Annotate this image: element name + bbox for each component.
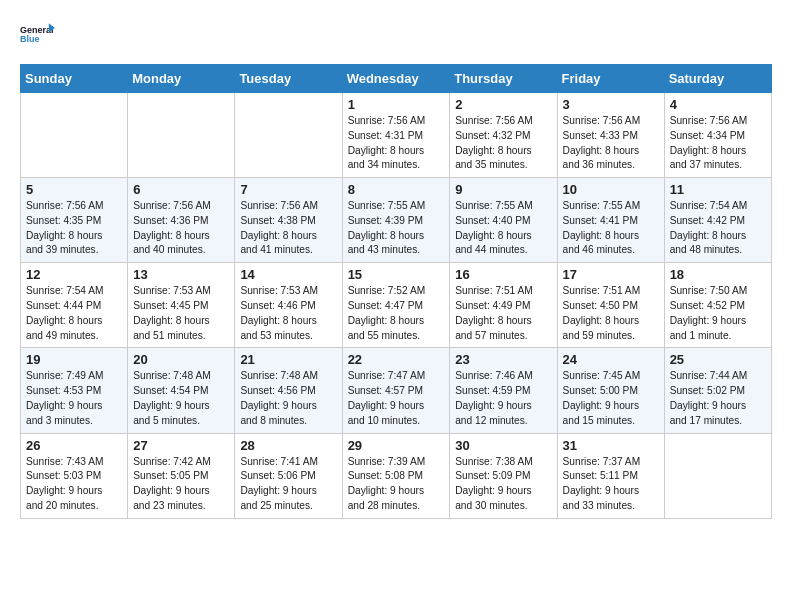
calendar-cell: 7Sunrise: 7:56 AM Sunset: 4:38 PM Daylig… [235,178,342,263]
day-info: Sunrise: 7:55 AM Sunset: 4:39 PM Dayligh… [348,199,445,258]
day-number: 13 [133,267,229,282]
calendar-cell: 21Sunrise: 7:48 AM Sunset: 4:56 PM Dayli… [235,348,342,433]
day-number: 11 [670,182,766,197]
day-info: Sunrise: 7:56 AM Sunset: 4:33 PM Dayligh… [563,114,659,173]
day-info: Sunrise: 7:49 AM Sunset: 4:53 PM Dayligh… [26,369,122,428]
day-info: Sunrise: 7:56 AM Sunset: 4:36 PM Dayligh… [133,199,229,258]
day-info: Sunrise: 7:47 AM Sunset: 4:57 PM Dayligh… [348,369,445,428]
svg-text:Blue: Blue [20,34,40,44]
day-number: 12 [26,267,122,282]
calendar-cell [235,93,342,178]
day-info: Sunrise: 7:51 AM Sunset: 4:49 PM Dayligh… [455,284,551,343]
day-number: 10 [563,182,659,197]
weekday-header-friday: Friday [557,65,664,93]
calendar-cell: 31Sunrise: 7:37 AM Sunset: 5:11 PM Dayli… [557,433,664,518]
day-number: 7 [240,182,336,197]
calendar-cell: 17Sunrise: 7:51 AM Sunset: 4:50 PM Dayli… [557,263,664,348]
svg-text:General: General [20,25,54,35]
day-info: Sunrise: 7:56 AM Sunset: 4:35 PM Dayligh… [26,199,122,258]
weekday-header-monday: Monday [128,65,235,93]
day-number: 30 [455,438,551,453]
day-info: Sunrise: 7:41 AM Sunset: 5:06 PM Dayligh… [240,455,336,514]
day-number: 25 [670,352,766,367]
day-info: Sunrise: 7:42 AM Sunset: 5:05 PM Dayligh… [133,455,229,514]
day-number: 29 [348,438,445,453]
calendar-cell: 15Sunrise: 7:52 AM Sunset: 4:47 PM Dayli… [342,263,450,348]
day-info: Sunrise: 7:54 AM Sunset: 4:42 PM Dayligh… [670,199,766,258]
week-row-3: 12Sunrise: 7:54 AM Sunset: 4:44 PM Dayli… [21,263,772,348]
week-row-5: 26Sunrise: 7:43 AM Sunset: 5:03 PM Dayli… [21,433,772,518]
calendar-cell: 28Sunrise: 7:41 AM Sunset: 5:06 PM Dayli… [235,433,342,518]
day-number: 27 [133,438,229,453]
day-number: 8 [348,182,445,197]
day-info: Sunrise: 7:46 AM Sunset: 4:59 PM Dayligh… [455,369,551,428]
calendar-cell [21,93,128,178]
weekday-header-saturday: Saturday [664,65,771,93]
calendar-cell: 18Sunrise: 7:50 AM Sunset: 4:52 PM Dayli… [664,263,771,348]
day-number: 28 [240,438,336,453]
day-number: 16 [455,267,551,282]
calendar-cell: 9Sunrise: 7:55 AM Sunset: 4:40 PM Daylig… [450,178,557,263]
day-info: Sunrise: 7:45 AM Sunset: 5:00 PM Dayligh… [563,369,659,428]
calendar-cell: 12Sunrise: 7:54 AM Sunset: 4:44 PM Dayli… [21,263,128,348]
day-info: Sunrise: 7:54 AM Sunset: 4:44 PM Dayligh… [26,284,122,343]
day-info: Sunrise: 7:56 AM Sunset: 4:32 PM Dayligh… [455,114,551,173]
calendar-cell: 26Sunrise: 7:43 AM Sunset: 5:03 PM Dayli… [21,433,128,518]
header: GeneralBlue [20,16,772,52]
day-number: 6 [133,182,229,197]
calendar-cell [664,433,771,518]
day-number: 20 [133,352,229,367]
day-number: 4 [670,97,766,112]
calendar-cell: 8Sunrise: 7:55 AM Sunset: 4:39 PM Daylig… [342,178,450,263]
day-info: Sunrise: 7:55 AM Sunset: 4:41 PM Dayligh… [563,199,659,258]
day-number: 5 [26,182,122,197]
weekday-header-tuesday: Tuesday [235,65,342,93]
week-row-1: 1Sunrise: 7:56 AM Sunset: 4:31 PM Daylig… [21,93,772,178]
day-number: 9 [455,182,551,197]
day-info: Sunrise: 7:51 AM Sunset: 4:50 PM Dayligh… [563,284,659,343]
calendar-cell: 16Sunrise: 7:51 AM Sunset: 4:49 PM Dayli… [450,263,557,348]
day-info: Sunrise: 7:50 AM Sunset: 4:52 PM Dayligh… [670,284,766,343]
day-number: 1 [348,97,445,112]
calendar-cell: 11Sunrise: 7:54 AM Sunset: 4:42 PM Dayli… [664,178,771,263]
calendar-cell: 13Sunrise: 7:53 AM Sunset: 4:45 PM Dayli… [128,263,235,348]
week-row-4: 19Sunrise: 7:49 AM Sunset: 4:53 PM Dayli… [21,348,772,433]
calendar-cell: 6Sunrise: 7:56 AM Sunset: 4:36 PM Daylig… [128,178,235,263]
day-number: 24 [563,352,659,367]
weekday-header-row: SundayMondayTuesdayWednesdayThursdayFrid… [21,65,772,93]
day-info: Sunrise: 7:48 AM Sunset: 4:54 PM Dayligh… [133,369,229,428]
day-info: Sunrise: 7:56 AM Sunset: 4:31 PM Dayligh… [348,114,445,173]
day-info: Sunrise: 7:53 AM Sunset: 4:45 PM Dayligh… [133,284,229,343]
calendar-cell: 2Sunrise: 7:56 AM Sunset: 4:32 PM Daylig… [450,93,557,178]
weekday-header-sunday: Sunday [21,65,128,93]
calendar-table: SundayMondayTuesdayWednesdayThursdayFrid… [20,64,772,519]
logo-icon: GeneralBlue [20,16,56,52]
calendar-cell: 14Sunrise: 7:53 AM Sunset: 4:46 PM Dayli… [235,263,342,348]
calendar-cell: 5Sunrise: 7:56 AM Sunset: 4:35 PM Daylig… [21,178,128,263]
calendar-cell: 23Sunrise: 7:46 AM Sunset: 4:59 PM Dayli… [450,348,557,433]
day-number: 2 [455,97,551,112]
day-info: Sunrise: 7:55 AM Sunset: 4:40 PM Dayligh… [455,199,551,258]
day-info: Sunrise: 7:52 AM Sunset: 4:47 PM Dayligh… [348,284,445,343]
day-number: 3 [563,97,659,112]
logo: GeneralBlue [20,16,56,52]
day-info: Sunrise: 7:38 AM Sunset: 5:09 PM Dayligh… [455,455,551,514]
calendar-cell: 30Sunrise: 7:38 AM Sunset: 5:09 PM Dayli… [450,433,557,518]
day-number: 22 [348,352,445,367]
calendar-cell: 1Sunrise: 7:56 AM Sunset: 4:31 PM Daylig… [342,93,450,178]
calendar-cell: 3Sunrise: 7:56 AM Sunset: 4:33 PM Daylig… [557,93,664,178]
day-number: 21 [240,352,336,367]
calendar-cell: 20Sunrise: 7:48 AM Sunset: 4:54 PM Dayli… [128,348,235,433]
day-number: 26 [26,438,122,453]
calendar-cell: 29Sunrise: 7:39 AM Sunset: 5:08 PM Dayli… [342,433,450,518]
calendar-cell: 19Sunrise: 7:49 AM Sunset: 4:53 PM Dayli… [21,348,128,433]
day-info: Sunrise: 7:39 AM Sunset: 5:08 PM Dayligh… [348,455,445,514]
day-number: 15 [348,267,445,282]
day-info: Sunrise: 7:56 AM Sunset: 4:34 PM Dayligh… [670,114,766,173]
day-number: 14 [240,267,336,282]
week-row-2: 5Sunrise: 7:56 AM Sunset: 4:35 PM Daylig… [21,178,772,263]
calendar-cell: 25Sunrise: 7:44 AM Sunset: 5:02 PM Dayli… [664,348,771,433]
day-number: 17 [563,267,659,282]
weekday-header-wednesday: Wednesday [342,65,450,93]
day-info: Sunrise: 7:56 AM Sunset: 4:38 PM Dayligh… [240,199,336,258]
